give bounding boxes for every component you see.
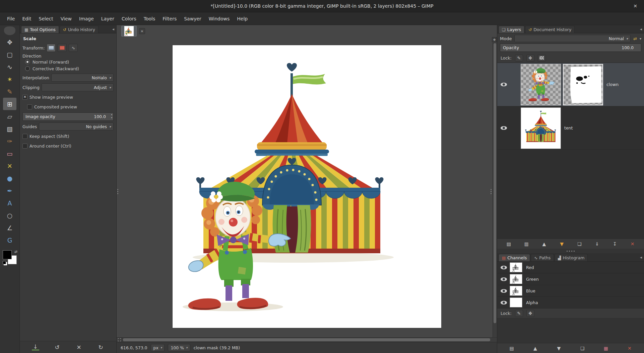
menu-layer[interactable]: Layer [98, 13, 118, 24]
unit-dropdown[interactable]: px ▾ [151, 344, 165, 351]
layer-row-clown[interactable]: clown [497, 63, 644, 106]
tab-undo-history[interactable]: ↺ Undo History [60, 26, 99, 33]
script-tool-icon[interactable]: G [3, 234, 16, 246]
spin-up-icon[interactable]: ▴ [111, 113, 112, 116]
menu-sawyer[interactable]: Sawyer [180, 13, 205, 24]
spin-down-icon[interactable]: ▾ [111, 116, 112, 120]
around-center-checkbox[interactable] [22, 144, 27, 149]
move-tool-icon[interactable]: ✥ [3, 36, 16, 48]
color-picker-tool-icon[interactable]: ○ [3, 209, 16, 222]
tab-paths[interactable]: ∿ Paths [531, 254, 554, 261]
paintbrush-tool-icon[interactable]: ✎ [3, 85, 16, 98]
direction-normal-radio[interactable] [25, 60, 30, 64]
around-center-row[interactable]: Around center (Ctrl) [22, 142, 114, 150]
canvas-image[interactable] [173, 45, 441, 328]
composited-preview-checkbox[interactable] [27, 104, 32, 109]
unified-transform-tool-icon[interactable]: ▱ [3, 110, 16, 122]
menu-filters[interactable]: Filters [159, 13, 180, 24]
new-channel-button[interactable]: ▤ [508, 346, 515, 351]
canvas-viewport[interactable]: ✥ [117, 37, 497, 337]
channel-to-selection-button[interactable]: ▦ [602, 346, 609, 351]
direction-normal-option[interactable]: Normal (Forward) [22, 59, 114, 65]
layer-thumbnail-tent[interactable] [521, 107, 561, 149]
channel-row-green[interactable]: Green [497, 273, 644, 285]
default-colors-icon[interactable] [3, 261, 6, 264]
new-layer-group-button[interactable]: ▥ [523, 241, 530, 247]
new-layer-button[interactable]: ▤ [505, 241, 512, 247]
text-tool-icon[interactable]: A [3, 197, 16, 209]
panel-resize-handle[interactable] [117, 187, 119, 196]
lock-position-button[interactable]: ✥ [526, 55, 534, 62]
horizontal-scrollbar[interactable] [122, 338, 497, 342]
ink-tool-icon[interactable]: ✒ [3, 184, 16, 197]
interpolation-dropdown[interactable]: NoHalo ▾ [51, 74, 114, 82]
image-opacity-spinner[interactable]: ▴ ▾ [111, 113, 112, 120]
clipping-dropdown[interactable]: Adjust ▾ [42, 83, 114, 91]
menu-edit[interactable]: Edit [18, 13, 35, 24]
direction-corrective-radio[interactable] [25, 66, 30, 71]
navigation-preview-button[interactable]: ✥ [492, 37, 497, 42]
rectangle-select-tool-icon[interactable]: ▢ [3, 48, 16, 61]
menu-colors[interactable]: Colors [118, 13, 140, 24]
tab-layers[interactable]: ❏ Layers [499, 26, 524, 33]
reset-tool-options-button[interactable]: ↻ [97, 344, 105, 351]
channel-row-alpha[interactable]: Alpha [497, 297, 644, 308]
image-opacity-slider[interactable]: Image opacity 100.0 ▴ ▾ [22, 112, 114, 121]
gradient-tool-icon[interactable]: ▧ [3, 122, 16, 135]
mode-default-icon[interactable]: ▾ [640, 37, 641, 40]
channel-visibility-toggle[interactable] [497, 289, 510, 293]
menu-image[interactable]: Image [75, 13, 98, 24]
layer-thumbnail-clown[interactable] [521, 64, 561, 105]
tool-options-menu-button[interactable]: ◂ [112, 27, 114, 31]
vertical-scrollbar-thumb[interactable] [494, 43, 496, 323]
scale-tool-icon[interactable]: ⊞ [3, 98, 16, 110]
tab-histogram[interactable]: ▟ Histogram [555, 254, 588, 261]
panel-resize-handle[interactable] [490, 187, 492, 196]
fuzzy-select-tool-icon[interactable]: ✶ [3, 73, 16, 85]
menu-windows[interactable]: Windows [205, 13, 234, 24]
channel-row-red[interactable]: Red [497, 262, 644, 273]
foreground-color-swatch[interactable] [3, 250, 12, 259]
save-tool-preset-button[interactable]: ↓ [32, 344, 39, 350]
window-close-button[interactable]: ✕ [632, 3, 639, 9]
lock-channel-pixels-button[interactable]: ✎ [515, 310, 523, 317]
window-titlebar[interactable]: *[Untitled]-10.0 (RGB color 8-bit gamma … [0, 0, 644, 12]
direction-corrective-option[interactable]: Corrective (Backward) [22, 65, 114, 72]
menu-tools[interactable]: Tools [140, 13, 159, 24]
delete-layer-button[interactable]: ✕ [629, 241, 636, 247]
mode-dropdown[interactable]: Normal ▾ [514, 35, 631, 42]
raise-channel-button[interactable]: ▲ [531, 346, 539, 351]
lower-layer-button[interactable]: ▼ [558, 241, 566, 247]
menu-help[interactable]: Help [233, 13, 251, 24]
raise-layer-button[interactable]: ▲ [540, 241, 548, 247]
menu-file[interactable]: File [3, 13, 18, 24]
show-image-preview-checkbox[interactable]: ✕ [22, 95, 27, 100]
menu-view[interactable]: View [57, 13, 75, 24]
layer-row-tent[interactable]: tent [497, 106, 644, 150]
image-tab-close-button[interactable]: ✕ [139, 28, 145, 34]
mode-switch-group-icon[interactable]: ⇄ [633, 36, 637, 41]
tab-document-history[interactable]: ↺ Document History [525, 26, 575, 33]
layer-opacity-slider[interactable]: Opacity 100.0 [500, 43, 641, 52]
keep-aspect-row[interactable]: Keep aspect (Shift) [22, 132, 114, 140]
smudge-tool-icon[interactable]: ● [3, 172, 16, 184]
menu-select[interactable]: Select [35, 13, 57, 24]
delete-channel-button[interactable]: ✕ [626, 346, 633, 351]
layer-visibility-toggle[interactable] [497, 83, 510, 86]
lock-alpha-button[interactable] [538, 55, 546, 62]
swap-colors-icon[interactable]: ⇄ [14, 250, 17, 254]
dock-splitter[interactable] [497, 249, 644, 253]
lower-channel-button[interactable]: ▼ [555, 346, 563, 351]
free-select-tool-icon[interactable]: ∿ [3, 61, 16, 73]
channel-row-blue[interactable]: Blue [497, 285, 644, 297]
measure-tool-icon[interactable]: ∠ [3, 222, 16, 234]
channel-visibility-toggle[interactable] [497, 301, 510, 304]
guides-dropdown[interactable]: No guides ▾ [39, 122, 114, 130]
anchor-layer-button[interactable]: ↧ [611, 241, 619, 247]
fg-bg-color-selector[interactable]: ⇄ [2, 250, 17, 265]
merge-down-button[interactable]: ⇓ [593, 241, 601, 247]
eraser-tool-icon[interactable]: ▭ [3, 147, 16, 160]
tab-channels[interactable]: ▤ Channels [499, 254, 530, 261]
vertical-scrollbar[interactable] [493, 42, 497, 337]
transform-layer-button[interactable] [47, 44, 56, 52]
